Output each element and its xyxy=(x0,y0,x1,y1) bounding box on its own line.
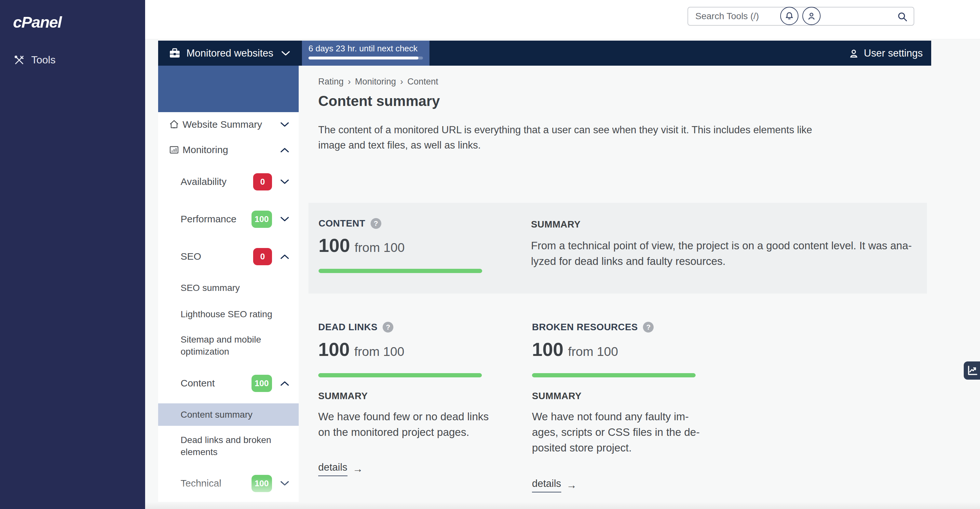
dead-links-summary-text: We have found few or no dead links on th… xyxy=(318,409,489,440)
help-icon[interactable]: ? xyxy=(383,322,393,333)
breadcrumb-separator: › xyxy=(400,77,403,87)
chart-line-icon xyxy=(967,365,978,376)
user-settings-button[interactable]: User settings xyxy=(848,41,931,66)
summary-line: From a technical point of view, the proj… xyxy=(531,238,912,254)
dead-links-score-from: from 100 xyxy=(354,344,404,359)
chevron-down-icon xyxy=(280,217,289,222)
broken-resources-score-bar xyxy=(532,373,696,377)
breadcrumb-content[interactable]: Content xyxy=(407,77,438,87)
bottom-strip xyxy=(145,502,980,509)
project-switcher[interactable]: Monitored websites xyxy=(158,41,299,66)
breadcrumb-monitoring[interactable]: Monitoring xyxy=(355,77,396,87)
top-header xyxy=(145,0,980,39)
bell-icon xyxy=(785,11,794,21)
sidebar-item-availability[interactable]: Availability 0 xyxy=(158,172,299,192)
dead-links-summary-label: SUMMARY xyxy=(318,391,368,401)
score-badge: 100 xyxy=(251,375,272,392)
details-label: details xyxy=(318,461,347,476)
sidebar-item-technical[interactable]: Technical 100 xyxy=(158,474,299,493)
details-label: details xyxy=(532,478,561,492)
cpanel-logo: cPanel xyxy=(13,13,62,31)
notifications-button[interactable] xyxy=(780,7,799,25)
chevron-up-icon xyxy=(280,147,289,152)
stats-flyout-button[interactable] xyxy=(964,362,980,380)
nav-label: Sitemap and mobile optimization xyxy=(181,333,262,358)
sidebar-item-lighthouse-seo-rating[interactable]: Lighthouse SEO rating xyxy=(158,304,299,324)
chevron-up-icon xyxy=(280,381,289,386)
sidebar-item-content[interactable]: Content 100 xyxy=(158,373,299,393)
monitoring-subnav: Website Summary Monitoring Availability … xyxy=(158,66,299,509)
content-score-card: CONTENT ? 100 from 100 SUMMARY From a te… xyxy=(309,203,927,293)
arrow-right-icon: → xyxy=(566,479,577,491)
account-button[interactable] xyxy=(802,7,821,25)
breadcrumb-separator: › xyxy=(348,77,351,87)
nav-label: Website Summary xyxy=(183,119,262,130)
next-check-panel[interactable]: 6 days 23 hr. until next check xyxy=(302,41,430,66)
project-preview-block xyxy=(158,66,299,112)
sidebar-item-performance[interactable]: Performance 100 xyxy=(158,209,299,229)
sidebar-item-seo-summary[interactable]: SEO summary xyxy=(158,278,299,297)
broken-resources-label: BROKEN RESOURCES xyxy=(532,322,638,333)
sidebar-item-content-summary[interactable]: Content summary xyxy=(158,403,299,426)
chevron-down-icon xyxy=(280,179,289,184)
broken-resources-details-link[interactable]: details → xyxy=(532,478,577,492)
next-check-progressbar xyxy=(309,57,423,59)
summary-line: posited store project. xyxy=(532,440,700,456)
page-title: Content summary xyxy=(318,93,440,109)
nav-label: Availability xyxy=(181,176,226,187)
nav-label: SEO summary xyxy=(181,282,240,294)
dead-links-details-link[interactable]: details → xyxy=(318,461,363,476)
content-score-value: 100 xyxy=(318,236,350,255)
breadcrumb: Rating › Monitoring › Content xyxy=(318,77,438,87)
content-summary-label: SUMMARY xyxy=(531,219,581,230)
summary-line: We have found few or no dead links xyxy=(318,409,489,425)
search-box xyxy=(687,7,914,26)
sidebar-item-sitemap-mobile-optimization[interactable]: Sitemap and mobile optimization xyxy=(158,333,299,358)
page-description: The content of a monitored URL is everyt… xyxy=(318,122,812,153)
home-icon xyxy=(169,119,179,130)
nav-label: Lighthouse SEO rating xyxy=(181,308,272,320)
search-icon[interactable] xyxy=(897,11,908,24)
broken-resources-score-from: from 100 xyxy=(568,344,618,359)
sidebar-item-tools[interactable]: Tools xyxy=(14,54,56,66)
sidebar-item-monitoring[interactable]: Monitoring xyxy=(158,140,299,160)
nav-label: Content xyxy=(181,378,215,389)
tools-label: Tools xyxy=(31,54,56,66)
chevron-down-icon xyxy=(280,122,289,127)
content-summary-text: From a technical point of view, the proj… xyxy=(531,238,912,269)
nav-label: Performance xyxy=(181,214,237,225)
chevron-down-icon xyxy=(280,481,289,486)
help-icon[interactable]: ? xyxy=(371,218,381,229)
project-switcher-label: Monitored websites xyxy=(186,48,273,59)
main-sidebar: cPanel Tools xyxy=(0,0,145,509)
nav-label: SEO xyxy=(181,251,201,262)
summary-line: on the monitored project pages. xyxy=(318,425,489,440)
tools-icon xyxy=(14,55,25,66)
dead-links-score-bar-fill xyxy=(318,373,482,377)
sidebar-item-seo[interactable]: SEO 0 xyxy=(158,247,299,266)
nav-label: Dead links and broken elements xyxy=(181,434,272,458)
appbar: Monitored websites 6 days 23 hr. until n… xyxy=(158,41,931,66)
bar-chart-icon xyxy=(169,144,179,155)
user-settings-label: User settings xyxy=(864,48,923,59)
search-input[interactable] xyxy=(688,8,914,25)
sidebar-item-website-summary[interactable]: Website Summary xyxy=(158,115,299,134)
help-icon[interactable]: ? xyxy=(643,322,654,333)
score-badge: 0 xyxy=(253,173,272,190)
content-score-bar xyxy=(318,269,482,273)
content-score-bar-fill xyxy=(318,269,482,273)
score-badge: 100 xyxy=(251,211,272,228)
dead-links-score-bar xyxy=(318,373,482,377)
broken-resources-summary-label: SUMMARY xyxy=(532,391,581,401)
dead-links-label: DEAD LINKS xyxy=(318,322,377,333)
nav-label: Content summary xyxy=(181,409,253,420)
broken-resources-summary-text: We have not found any faulty im- ages, s… xyxy=(532,409,700,456)
breadcrumb-rating[interactable]: Rating xyxy=(318,77,344,87)
user-icon xyxy=(807,11,816,21)
page-description-line: The content of a monitored URL is everyt… xyxy=(318,122,812,138)
sidebar-item-dead-links-broken-elements[interactable]: Dead links and broken elements xyxy=(158,434,299,458)
broken-resources-score-value: 100 xyxy=(532,340,563,359)
arrow-right-icon: → xyxy=(353,463,363,475)
chevron-down-icon xyxy=(281,51,290,56)
score-badge: 100 xyxy=(251,475,272,492)
